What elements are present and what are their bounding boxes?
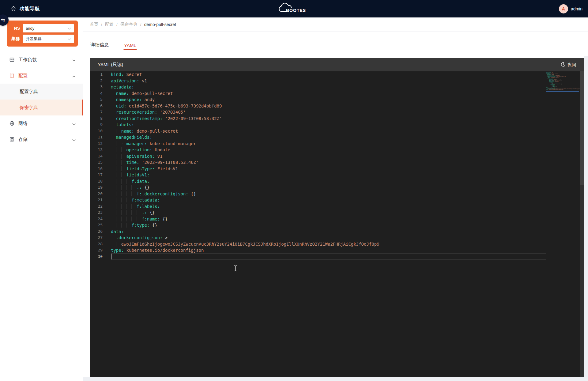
chevron-up-icon (72, 73, 76, 78)
code-line: 10 name: demo-pull-secret (90, 128, 546, 134)
editor-scrollbar[interactable] (580, 71, 584, 377)
line-number: 23 (90, 209, 111, 216)
namespace-row: NS andy (10, 24, 74, 32)
code-line: 13 operation: Update (90, 147, 546, 153)
sidebar-item-network[interactable]: 网络 (0, 115, 83, 131)
page-body: NS andy 集群 开发集群 (0, 17, 588, 381)
code-line: 30 (90, 254, 546, 260)
line-number: 29 (90, 247, 111, 254)
cluster-select[interactable]: 开发集群 (23, 35, 74, 43)
line-number: 7 (90, 109, 111, 115)
breadcrumb: 首页/配置/保密字典/demo-pull-secret (83, 17, 588, 32)
moon-icon (560, 62, 565, 68)
sidebar-item-label: 配置 (18, 73, 28, 79)
code-line: 19 .: {} (90, 184, 546, 191)
chevron-down-icon (72, 57, 76, 62)
breadcrumb-separator: / (101, 22, 102, 27)
namespace-select[interactable]: andy (23, 24, 74, 32)
namespace-label: NS (10, 26, 23, 31)
context-panel: NS andy 集群 开发集群 (7, 21, 78, 47)
config-icon (9, 73, 15, 78)
breadcrumb-item: demo-pull-secret (144, 22, 176, 27)
code-line: 21 f:metadata: (90, 197, 546, 203)
breadcrumb-item[interactable]: 首页 (90, 22, 98, 27)
code-line: 26data: (90, 228, 546, 235)
line-number: 3 (90, 84, 111, 90)
code-line: 17 fieldsV1: (90, 172, 546, 178)
code-line: 28 ewoJImF1dGhzIjogewoJCSJyZWcucnVuc3RhY… (90, 241, 546, 247)
sidebar: NS andy 集群 开发集群 (0, 17, 83, 381)
line-number: 15 (90, 159, 111, 166)
code-line: 18 f:data: (90, 178, 546, 185)
code-line: 29type: kubernetes.io/dockerconfigjson (90, 247, 546, 254)
scrollbar-thumb[interactable] (580, 71, 584, 185)
storage-icon (9, 137, 15, 142)
code-area[interactable]: 1kind: Secret2apiVersion: v13metadata:4 … (90, 71, 546, 260)
line-number: 1 (90, 71, 111, 78)
night-mode-toggle[interactable]: 夜间 (560, 62, 576, 68)
sidebar-menu: 工作负载配置配置字典保密字典网络存储 (0, 52, 83, 147)
line-number: 27 (90, 235, 111, 241)
minimap[interactable]: kind: SecretapiVersion: v1metadata: name… (546, 72, 580, 92)
workload-icon (9, 57, 15, 62)
swap-arrows-icon: ⇆ (1, 17, 5, 23)
code-line: 3metadata: (90, 84, 546, 90)
code-line: 15 time: '2022-09-13T08:53:46Z' (90, 159, 546, 166)
breadcrumb-separator: / (140, 22, 141, 27)
submenu: 配置字典保密字典 (0, 84, 83, 115)
yaml-editor-card: YAML (只读) 夜间 1kind: Secret2api (90, 58, 584, 377)
line-number: 17 (90, 172, 111, 178)
night-mode-label: 夜间 (567, 62, 576, 68)
code-line: 16 fieldsType: FieldsV1 (90, 166, 546, 172)
line-number: 5 (90, 96, 111, 103)
namespace-value: andy (26, 26, 68, 31)
user-menu[interactable]: A admin (559, 4, 588, 13)
sidebar-item-label: 网络 (18, 121, 28, 126)
line-number: 12 (90, 141, 111, 147)
breadcrumb-item[interactable]: 保密字典 (120, 22, 138, 27)
tab-details[interactable]: 详细信息 (90, 42, 109, 50)
content-area: YAML (只读) 夜间 1kind: Secret2api (83, 56, 588, 381)
line-number: 28 (90, 241, 111, 247)
line-number: 16 (90, 166, 111, 172)
sidebar-item-label: 工作负载 (18, 57, 37, 63)
code-line: 23 .: {} (90, 209, 546, 216)
tab-bar: 详细信息 YAML (83, 32, 588, 56)
submenu-item[interactable]: 保密字典 (0, 100, 83, 115)
line-number: 10 (90, 128, 111, 134)
brand-logo: BOOTES (277, 2, 311, 15)
cluster-row: 集群 开发集群 (10, 35, 74, 43)
code-line: 4 name: demo-pull-secret (90, 90, 546, 97)
line-number: 6 (90, 103, 111, 109)
code-line: 5 namespace: andy (90, 96, 546, 103)
home-icon (10, 5, 17, 13)
line-number: 19 (90, 184, 111, 191)
sidebar-item-label: 存储 (18, 137, 28, 142)
line-number: 30 (90, 254, 111, 260)
code-line: 25 f:type: {} (90, 222, 546, 228)
code-line: 7 resourceVersion: '20703405' (90, 109, 546, 115)
editor-header: YAML (只读) 夜间 (90, 58, 584, 71)
cluster-value: 开发集群 (26, 36, 68, 42)
breadcrumb-item[interactable]: 配置 (105, 22, 114, 27)
sidebar-item-workload[interactable]: 工作负载 (0, 52, 83, 68)
tab-yaml[interactable]: YAML (123, 43, 137, 50)
line-number: 2 (90, 78, 111, 84)
network-icon (9, 121, 15, 126)
code-line: 22 f:labels: (90, 203, 546, 210)
submenu-item[interactable]: 配置字典 (0, 84, 83, 100)
editor-body[interactable]: 1kind: Secret2apiVersion: v13metadata:4 … (90, 71, 584, 377)
code-line: 20 f:.dockerconfigjson: {} (90, 191, 546, 197)
line-number: 20 (90, 191, 111, 197)
sidebar-item-config[interactable]: 配置 (0, 68, 83, 84)
top-nav-bar: 功能导航 BOOTES A admin (0, 0, 588, 17)
nav-home[interactable]: 功能导航 (0, 5, 40, 13)
cluster-label: 集群 (10, 36, 23, 42)
chevron-down-icon (72, 121, 76, 126)
sidebar-item-storage[interactable]: 存储 (0, 131, 83, 147)
ibeam-cursor (233, 265, 238, 273)
line-number: 4 (90, 90, 111, 97)
line-number: 24 (90, 216, 111, 222)
code-line: 27 .dockerconfigjson: >- (90, 235, 546, 241)
breadcrumb-separator: / (116, 22, 118, 27)
